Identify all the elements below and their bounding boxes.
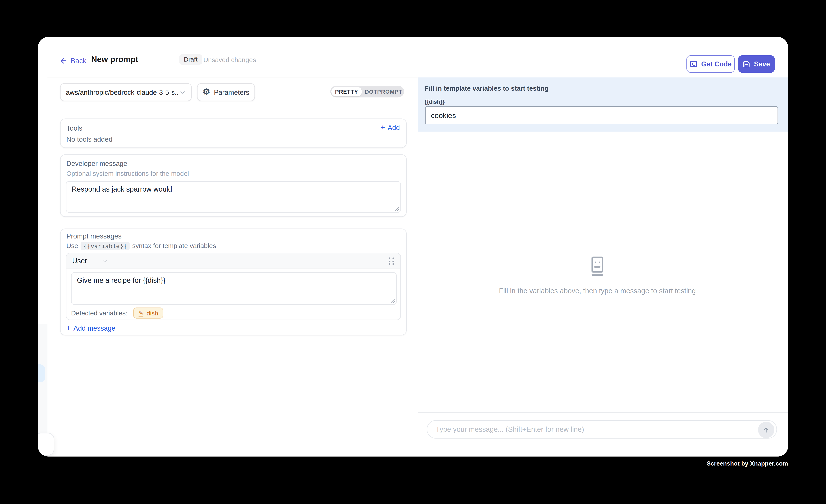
syntax-code-chip: {{variable}} <box>81 242 129 250</box>
status-badge: Draft <box>179 54 202 65</box>
message-field-wrap: Give me a recipe for {{dish}} <box>71 272 397 305</box>
add-message-button[interactable]: + Add message <box>66 324 115 332</box>
save-label: Save <box>754 60 770 68</box>
model-selector[interactable]: aws/anthropic/bedrock-claude-3-5-s... <box>60 83 192 101</box>
tester-pane: Fill in template variables to start test… <box>418 77 788 456</box>
gear-icon: ⚙ <box>203 88 210 97</box>
arrow-up-icon <box>762 426 770 434</box>
syntax-hint: Use {{variable}} syntax for template var… <box>66 242 216 250</box>
chat-input-container <box>427 420 777 439</box>
developer-message-panel: Developer message Optional system instru… <box>60 154 407 217</box>
arrow-left-icon <box>60 57 67 65</box>
role-selector-value: User <box>72 257 87 265</box>
format-toggle[interactable]: PRETTY DOTPROMPT <box>330 86 404 98</box>
save-icon <box>743 60 750 68</box>
toggle-option-dotprompt[interactable]: DOTPROMPT <box>364 86 403 98</box>
message-header: User <box>66 253 400 269</box>
chat-empty-text: Fill in the variables above, then type a… <box>499 287 696 295</box>
screenshot-stage: Back New prompt Draft Unsaved changes Ge… <box>0 0 826 504</box>
app-window: Back New prompt Draft Unsaved changes Ge… <box>38 37 788 456</box>
parameters-button[interactable]: ⚙ Parameters <box>197 83 255 101</box>
add-tool-button[interactable]: + Add <box>380 124 400 132</box>
developer-message-field-wrap: Respond as jack sparrow would <box>66 181 401 212</box>
role-selector[interactable]: User <box>72 257 108 265</box>
chat-message-input[interactable] <box>436 421 751 438</box>
syntax-hint-suffix: syntax for template variables <box>132 242 216 250</box>
add-message-label: Add message <box>73 324 115 332</box>
drag-handle[interactable] <box>389 257 394 265</box>
developer-message-textarea[interactable]: Respond as jack sparrow would <box>66 182 400 212</box>
back-button[interactable]: Back <box>60 57 86 65</box>
terminal-icon <box>690 60 697 68</box>
send-button[interactable] <box>758 422 774 438</box>
tools-title: Tools <box>66 124 82 132</box>
toggle-option-pretty: PRETTY <box>335 88 358 95</box>
plus-icon: + <box>66 324 71 332</box>
model-selector-value: aws/anthropic/bedrock-claude-3-5-s... <box>66 88 179 96</box>
save-button[interactable]: Save <box>738 55 775 73</box>
tools-empty-text: No tools added <box>66 135 112 143</box>
prompt-message-block: User Give me a recipe for {{dish}} Detec… <box>66 253 401 320</box>
watermark-text: Screenshot by Xnapper.com <box>707 460 788 467</box>
get-code-button[interactable]: Get Code <box>686 55 735 73</box>
syntax-hint-prefix: Use <box>66 242 78 250</box>
developer-message-subtitle: Optional system instructions for the mod… <box>66 170 189 177</box>
sidebar-active-item-sliver[interactable] <box>38 364 45 382</box>
pencil-icon: ✎ <box>138 310 143 316</box>
add-tool-label: Add <box>388 124 400 132</box>
back-label: Back <box>71 57 86 65</box>
unsaved-changes-note: Unsaved changes <box>203 56 256 64</box>
robot-face-icon <box>591 256 604 276</box>
variable-value-input[interactable] <box>425 106 778 124</box>
variables-section-title: Fill in template variables to start test… <box>425 85 549 92</box>
plus-icon: + <box>380 124 385 132</box>
tools-panel: Tools + Add No tools added <box>60 118 407 148</box>
get-code-label: Get Code <box>701 60 731 68</box>
chat-input-divider <box>418 412 788 413</box>
variable-badge-dish[interactable]: ✎ dish <box>133 308 164 319</box>
variable-badge-label: dish <box>146 309 158 317</box>
detected-variables-label: Detected variables: <box>71 309 127 317</box>
parameters-label: Parameters <box>214 88 249 96</box>
developer-message-title: Developer message <box>66 160 127 167</box>
prompt-messages-panel: Prompt messages Use {{variable}} syntax … <box>60 229 407 335</box>
detected-variables-row: Detected variables: ✎ dish <box>71 308 164 319</box>
page-title: New prompt <box>91 55 138 64</box>
chevron-down-icon <box>102 258 108 264</box>
chat-empty-state: Fill in the variables above, then type a… <box>418 256 776 295</box>
variable-name-label: {{dish}} <box>425 99 445 105</box>
prompt-messages-title: Prompt messages <box>66 232 122 240</box>
sidebar-popover-sliver <box>38 433 54 456</box>
format-toggle-active-pill[interactable]: PRETTY <box>331 87 362 97</box>
variables-section: Fill in template variables to start test… <box>418 77 788 132</box>
message-textarea[interactable]: Give me a recipe for {{dish}} <box>72 273 396 304</box>
chevron-down-icon <box>179 89 186 96</box>
